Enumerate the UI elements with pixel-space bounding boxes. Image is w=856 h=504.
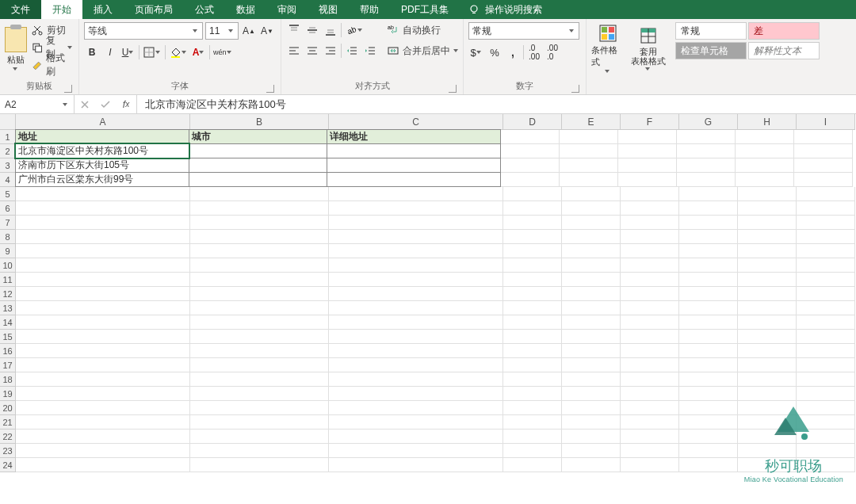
cell[interactable]: [16, 415, 190, 430]
tab-pdf-tools[interactable]: PDF工具集: [390, 0, 460, 19]
accounting-format-button[interactable]: $: [468, 44, 484, 60]
cell[interactable]: [329, 273, 503, 287]
cell[interactable]: [16, 430, 190, 444]
cell[interactable]: [797, 216, 855, 230]
cell[interactable]: [677, 158, 736, 173]
tab-view[interactable]: 视图: [308, 0, 349, 19]
row-header-18[interactable]: 18: [0, 372, 16, 387]
cell[interactable]: [329, 330, 503, 344]
cell[interactable]: [329, 258, 503, 273]
cell[interactable]: [16, 372, 190, 387]
cell[interactable]: [190, 258, 329, 273]
cell[interactable]: [329, 415, 503, 430]
cell[interactable]: [189, 158, 327, 173]
cell[interactable]: [738, 187, 797, 201]
name-box[interactable]: A2: [0, 95, 75, 113]
cell[interactable]: [797, 401, 855, 415]
format-painter-button[interactable]: 格式刷: [30, 57, 75, 73]
row-header-4[interactable]: 4: [0, 173, 16, 187]
cell[interactable]: [738, 315, 797, 330]
cell[interactable]: [621, 287, 679, 301]
align-center-button[interactable]: [304, 43, 320, 59]
cell[interactable]: [797, 287, 855, 301]
cell[interactable]: [679, 287, 738, 301]
cell-style-explain[interactable]: 解释性文本: [748, 42, 820, 59]
column-header-D[interactable]: D: [503, 114, 562, 130]
cell[interactable]: [190, 358, 329, 372]
increase-font-button[interactable]: A▲: [241, 23, 257, 39]
cell[interactable]: [562, 201, 621, 216]
cell[interactable]: [797, 201, 855, 216]
cell[interactable]: [621, 187, 679, 201]
cell[interactable]: [503, 187, 562, 201]
cell[interactable]: [621, 358, 679, 372]
cell[interactable]: [738, 301, 797, 315]
font-color-button[interactable]: A: [191, 44, 207, 60]
cell[interactable]: [738, 444, 797, 458]
cell[interactable]: [329, 458, 503, 472]
number-format-combo[interactable]: 常规: [468, 22, 579, 40]
cell[interactable]: [797, 430, 855, 444]
cell[interactable]: [16, 216, 190, 230]
cell[interactable]: [503, 287, 562, 301]
cell[interactable]: [190, 430, 329, 444]
cell[interactable]: [736, 130, 794, 144]
cell[interactable]: [562, 330, 621, 344]
cell[interactable]: [679, 230, 738, 244]
cell[interactable]: [679, 415, 738, 430]
cell[interactable]: [621, 430, 679, 444]
cell[interactable]: [562, 401, 621, 415]
cell[interactable]: [562, 287, 621, 301]
cell[interactable]: [738, 344, 797, 358]
cell[interactable]: [329, 301, 503, 315]
column-header-I[interactable]: I: [797, 114, 855, 130]
cell[interactable]: [621, 458, 679, 472]
row-header-13[interactable]: 13: [0, 301, 16, 315]
cell[interactable]: [677, 144, 736, 158]
cell[interactable]: 济南市历下区东大街105号: [15, 158, 189, 173]
cell[interactable]: [16, 330, 190, 344]
cell[interactable]: [562, 187, 621, 201]
cell[interactable]: [190, 244, 329, 258]
cell[interactable]: [738, 287, 797, 301]
cell[interactable]: [190, 458, 329, 472]
cell[interactable]: [560, 130, 618, 144]
row-header-1[interactable]: 1: [0, 130, 16, 144]
increase-decimal-button[interactable]: .0.00: [526, 44, 542, 60]
cell[interactable]: [16, 401, 190, 415]
cell[interactable]: [190, 401, 329, 415]
cell[interactable]: [16, 344, 190, 358]
border-button[interactable]: [142, 44, 162, 60]
cell[interactable]: [679, 344, 738, 358]
cell[interactable]: [677, 130, 736, 144]
cell[interactable]: [190, 444, 329, 458]
cell[interactable]: [503, 315, 562, 330]
cell[interactable]: [797, 187, 855, 201]
cell[interactable]: [738, 415, 797, 430]
cell[interactable]: [190, 301, 329, 315]
cell[interactable]: [797, 372, 855, 387]
column-header-F[interactable]: F: [621, 114, 679, 130]
tell-me-search[interactable]: 操作说明搜索: [460, 0, 550, 19]
row-header-24[interactable]: 24: [0, 458, 16, 472]
cell[interactable]: [562, 230, 621, 244]
merge-center-button[interactable]: 合并后居中: [386, 43, 473, 59]
cell[interactable]: [562, 344, 621, 358]
cell[interactable]: [621, 330, 679, 344]
cell[interactable]: [16, 301, 190, 315]
cell[interactable]: [797, 273, 855, 287]
cell[interactable]: [562, 444, 621, 458]
cell[interactable]: [16, 273, 190, 287]
cell[interactable]: [679, 201, 738, 216]
percent-button[interactable]: %: [487, 44, 503, 60]
tab-data[interactable]: 数据: [225, 0, 266, 19]
cell[interactable]: [738, 330, 797, 344]
column-header-H[interactable]: H: [738, 114, 797, 130]
cell[interactable]: [190, 330, 329, 344]
cell[interactable]: [189, 143, 327, 158]
cell[interactable]: [738, 244, 797, 258]
cell[interactable]: [329, 230, 503, 244]
tab-help[interactable]: 帮助: [349, 0, 390, 19]
cell[interactable]: [190, 230, 329, 244]
cell[interactable]: [16, 201, 190, 216]
